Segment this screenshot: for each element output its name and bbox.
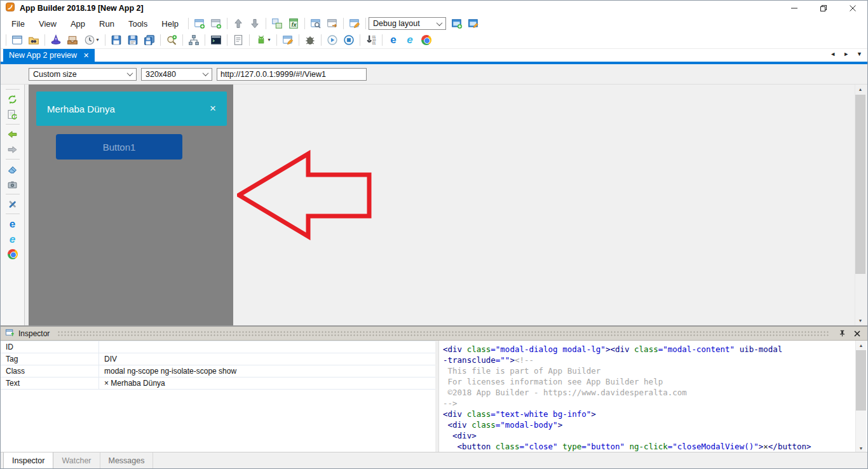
tab-scroll-right-icon[interactable]: ► [843, 51, 849, 57]
add-dialog-icon[interactable] [208, 17, 224, 31]
panel-grip[interactable] [57, 330, 829, 336]
size-mode-value: Custom size [33, 70, 77, 79]
svg-text:01: 01 [372, 41, 376, 44]
open-app-icon[interactable] [25, 33, 42, 47]
install-icon[interactable]: 011001 [363, 33, 379, 47]
console-icon[interactable] [208, 33, 224, 47]
tab-close-icon[interactable]: ✕ [83, 52, 89, 59]
menu-tools[interactable]: Tools [121, 17, 154, 31]
export-form-icon[interactable] [324, 17, 341, 31]
internet-explorer-icon[interactable]: e [4, 231, 21, 247]
snapshot-icon[interactable] [4, 177, 21, 192]
report-icon[interactable] [230, 33, 247, 47]
save-icon[interactable] [108, 33, 125, 47]
close-icon[interactable] [838, 1, 867, 16]
save-as-icon[interactable] [125, 33, 141, 47]
refresh-page-icon[interactable] [4, 107, 21, 122]
copy-controls-icon[interactable] [269, 17, 285, 31]
code-line: This file is part of App Builder [443, 365, 854, 376]
separator [227, 34, 227, 46]
tab-messages[interactable]: Messages [100, 452, 154, 468]
property-row[interactable]: Class modal ng-scope ng-isolate-scope sh… [1, 365, 435, 377]
preview-url-input[interactable] [217, 68, 367, 81]
edge-icon[interactable]: e [385, 33, 402, 47]
scroll-up-icon[interactable]: ▲ [856, 341, 866, 350]
tab-inspector[interactable]: Inspector [3, 452, 53, 468]
menu-view[interactable]: View [32, 17, 64, 31]
move-down-icon[interactable] [247, 17, 263, 31]
debug-layout-combobox[interactable]: Debug layout [369, 17, 446, 30]
debug-bug-icon[interactable] [302, 33, 318, 47]
chrome-icon[interactable] [418, 33, 435, 47]
stop-icon[interactable] [341, 33, 357, 47]
document-tab-bar: New App 2 preview ✕ ◄ ► ▼ [1, 49, 867, 64]
separator [382, 34, 383, 46]
code-vertical-scrollbar[interactable]: ▲ ▼ [855, 341, 866, 453]
wizard-icon[interactable] [48, 33, 64, 47]
preview-modal-close-icon[interactable]: × [210, 102, 216, 115]
property-value: DIV [99, 353, 117, 365]
chrome-icon[interactable] [4, 247, 21, 262]
save-all-icon[interactable] [141, 33, 158, 47]
functions-file-icon[interactable]: fx [285, 17, 302, 31]
separator [360, 34, 360, 46]
edge-icon[interactable]: e [4, 216, 21, 231]
menu-run[interactable]: Run [92, 17, 121, 31]
layout-add-icon[interactable] [449, 17, 465, 31]
resolution-combobox[interactable]: 320x480 [141, 68, 212, 81]
panel-close-icon[interactable] [851, 328, 863, 339]
refresh-icon[interactable] [4, 92, 21, 107]
back-icon[interactable] [4, 126, 21, 142]
tools-icon[interactable] [4, 196, 21, 212]
find-form-icon[interactable] [308, 17, 324, 31]
scroll-down-icon[interactable]: ▼ [855, 316, 865, 325]
history-icon[interactable]: ▾ [81, 33, 102, 47]
remote-icon[interactable] [186, 33, 202, 47]
separator [44, 34, 45, 46]
app-logo-icon [5, 2, 15, 15]
tab-watcher[interactable]: Watcher [53, 452, 100, 468]
separator [6, 34, 6, 46]
scroll-up-icon[interactable]: ▲ [855, 85, 865, 94]
restore-icon[interactable] [809, 1, 838, 16]
scrollbar-thumb[interactable] [856, 350, 866, 411]
property-key: Tag [1, 353, 99, 365]
preview-button1[interactable]: Button1 [56, 134, 182, 160]
deploy-icon[interactable] [64, 33, 81, 47]
property-key: ID [1, 341, 99, 353]
window-title: App Builder 2018.19 [New App 2] [20, 4, 144, 13]
separator [205, 34, 205, 46]
tab-new-app-2-preview[interactable]: New App 2 preview ✕ [3, 49, 95, 62]
tab-scroll-left-icon[interactable]: ◄ [830, 51, 836, 57]
menu-app[interactable]: App [64, 17, 92, 31]
forward-icon[interactable] [4, 142, 21, 157]
code-view[interactable]: <div class="modal-dialog modal-lg"><div … [439, 341, 854, 453]
separator [299, 34, 299, 46]
property-row[interactable]: Text × Merhaba Dünya [1, 377, 435, 390]
eraser-icon[interactable] [4, 161, 21, 177]
property-value: × Merhaba Dünya [99, 377, 165, 389]
android-icon[interactable]: ▾ [252, 33, 274, 47]
minimize-icon[interactable] [780, 1, 809, 16]
preview-vertical-scrollbar[interactable]: ▲ ▼ [855, 85, 865, 325]
red-arrow-annotation [237, 150, 372, 243]
pin-icon[interactable] [836, 328, 848, 339]
edit-form-icon[interactable] [346, 17, 363, 31]
layout-edit-icon[interactable] [465, 17, 482, 31]
menu-file[interactable]: File [4, 17, 32, 31]
menu-help[interactable]: Help [154, 17, 186, 31]
zoom-add-icon[interactable] [163, 33, 180, 47]
edit-source-icon[interactable] [280, 33, 296, 47]
run-icon[interactable] [324, 33, 341, 47]
property-row[interactable]: Tag DIV [1, 353, 435, 365]
scrollbar-thumb[interactable] [855, 95, 865, 274]
tab-list-icon[interactable]: ▼ [857, 51, 862, 57]
size-mode-combobox[interactable]: Custom size [29, 68, 137, 81]
internet-explorer-icon[interactable]: e [402, 33, 418, 47]
inspector-body: ID Tag DIV Class modal ng-scope ng-isola… [1, 341, 867, 453]
property-row[interactable]: ID [1, 341, 435, 353]
new-app-icon[interactable] [9, 33, 25, 47]
move-up-icon[interactable] [230, 17, 247, 31]
separator [343, 18, 344, 29]
add-view-icon[interactable] [191, 17, 208, 31]
